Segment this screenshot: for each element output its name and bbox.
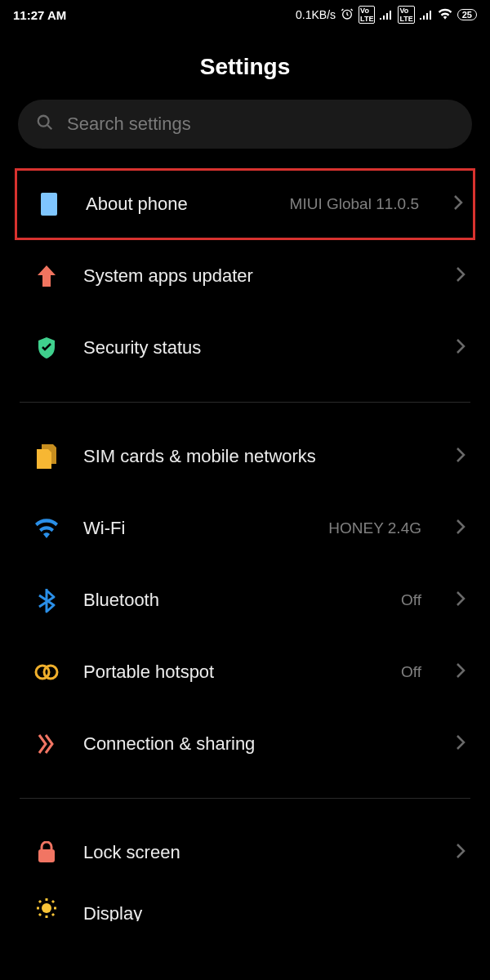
search-bar[interactable] — [18, 100, 472, 149]
volte-sim1-icon: VoLTE — [359, 6, 375, 24]
setting-value: Off — [401, 663, 421, 681]
svg-rect-2 — [41, 193, 57, 216]
settings-section-3: Lock screen Display — [0, 817, 490, 921]
svg-rect-5 — [38, 849, 55, 862]
setting-sim-cards[interactable]: SIM cards & mobile networks — [0, 421, 490, 492]
signal-sim1-icon — [380, 8, 393, 22]
section-divider — [20, 402, 470, 403]
wifi-status-icon — [438, 8, 452, 22]
search-icon — [36, 114, 54, 135]
lock-icon — [33, 841, 60, 864]
data-rate: 0.1KB/s — [296, 8, 336, 21]
search-input[interactable] — [67, 114, 454, 135]
chevron-right-icon — [456, 843, 466, 862]
sim-icon — [33, 444, 60, 469]
shield-check-icon — [33, 336, 60, 360]
setting-lock-screen[interactable]: Lock screen — [0, 817, 490, 889]
svg-point-4 — [44, 666, 57, 679]
wifi-icon — [33, 519, 60, 538]
hotspot-icon — [33, 663, 60, 681]
setting-portable-hotspot[interactable]: Portable hotspot Off — [0, 636, 490, 708]
setting-label: SIM cards & mobile networks — [83, 446, 421, 467]
signal-sim2-icon — [420, 8, 433, 22]
alarm-icon — [341, 7, 354, 23]
sun-icon — [33, 897, 60, 920]
setting-bluetooth[interactable]: Bluetooth Off — [0, 564, 490, 636]
svg-point-1 — [38, 116, 49, 127]
setting-label: Bluetooth — [83, 590, 378, 611]
chevron-right-icon — [453, 194, 463, 214]
chevron-right-icon — [456, 734, 466, 754]
battery-icon: 25 — [457, 9, 477, 20]
setting-label: Portable hotspot — [83, 662, 378, 683]
setting-security-status[interactable]: Security status — [0, 312, 490, 384]
chevron-right-icon — [456, 519, 466, 538]
setting-value: MIUI Global 11.0.5 — [290, 195, 419, 213]
setting-connection-sharing[interactable]: Connection & sharing — [0, 708, 490, 780]
setting-value: Off — [401, 591, 421, 609]
chevron-right-icon — [456, 447, 466, 466]
setting-label: Lock screen — [83, 842, 421, 863]
setting-label: Display — [83, 903, 466, 921]
status-time: 11:27 AM — [13, 8, 66, 22]
settings-section-1: About phone MIUI Global 11.0.5 System ap… — [0, 168, 490, 384]
chevron-right-icon — [456, 662, 466, 682]
chevron-right-icon — [456, 590, 466, 610]
status-right: 0.1KB/s VoLTE VoLTE 25 — [296, 6, 477, 24]
arrow-up-icon — [33, 264, 60, 288]
bluetooth-icon — [33, 587, 60, 613]
page-title: Settings — [0, 29, 490, 100]
setting-label: System apps updater — [83, 265, 421, 287]
volte-sim2-icon: VoLTE — [398, 6, 414, 24]
setting-display[interactable]: Display — [0, 889, 490, 921]
phone-icon — [35, 191, 63, 217]
status-bar: 11:27 AM 0.1KB/s VoLTE VoLTE 25 — [0, 0, 490, 29]
connection-icon — [33, 733, 60, 755]
svg-point-6 — [42, 903, 51, 913]
chevron-right-icon — [456, 266, 466, 286]
setting-about-phone[interactable]: About phone MIUI Global 11.0.5 — [15, 168, 475, 240]
setting-value: HONEY 2.4G — [328, 519, 421, 537]
setting-label: Connection & sharing — [83, 733, 421, 755]
chevron-right-icon — [456, 338, 466, 358]
setting-system-apps-updater[interactable]: System apps updater — [0, 240, 490, 312]
setting-label: Wi-Fi — [83, 518, 305, 539]
settings-section-2: SIM cards & mobile networks Wi-Fi HONEY … — [0, 421, 490, 780]
section-divider — [20, 798, 470, 799]
setting-wifi[interactable]: Wi-Fi HONEY 2.4G — [0, 492, 490, 564]
setting-label: Security status — [83, 337, 421, 359]
setting-label: About phone — [86, 194, 267, 215]
